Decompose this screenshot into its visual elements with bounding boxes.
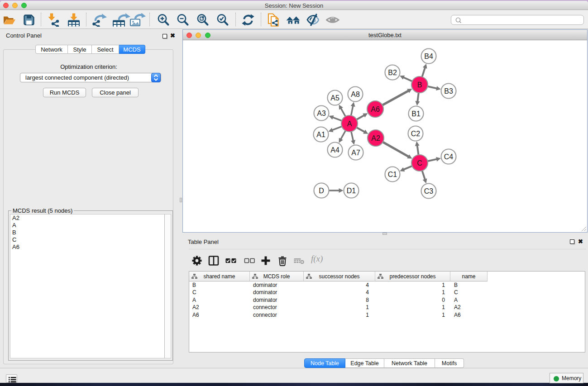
svg-text:D1: D1 (347, 187, 356, 195)
svg-text:B4: B4 (424, 52, 433, 60)
svg-text:C4: C4 (444, 153, 454, 161)
svg-text:A8: A8 (351, 91, 360, 98)
svg-text:A1: A1 (316, 131, 325, 138)
svg-text:A4: A4 (330, 146, 339, 154)
svg-text:B3: B3 (444, 87, 453, 95)
svg-text:C3: C3 (424, 187, 434, 195)
svg-text:A3: A3 (317, 110, 326, 117)
svg-text:C2: C2 (411, 130, 421, 138)
svg-text:B1: B1 (411, 110, 421, 118)
svg-text:A5: A5 (330, 94, 339, 102)
svg-text:B: B (417, 81, 422, 89)
svg-text:C: C (417, 159, 422, 167)
svg-text:A2: A2 (371, 134, 380, 142)
svg-text:D: D (319, 187, 324, 195)
svg-text:A7: A7 (351, 149, 360, 157)
svg-text:A6: A6 (371, 105, 380, 113)
svg-text:A: A (347, 120, 352, 128)
svg-text:B2: B2 (388, 69, 397, 76)
svg-text:C1: C1 (388, 171, 397, 178)
